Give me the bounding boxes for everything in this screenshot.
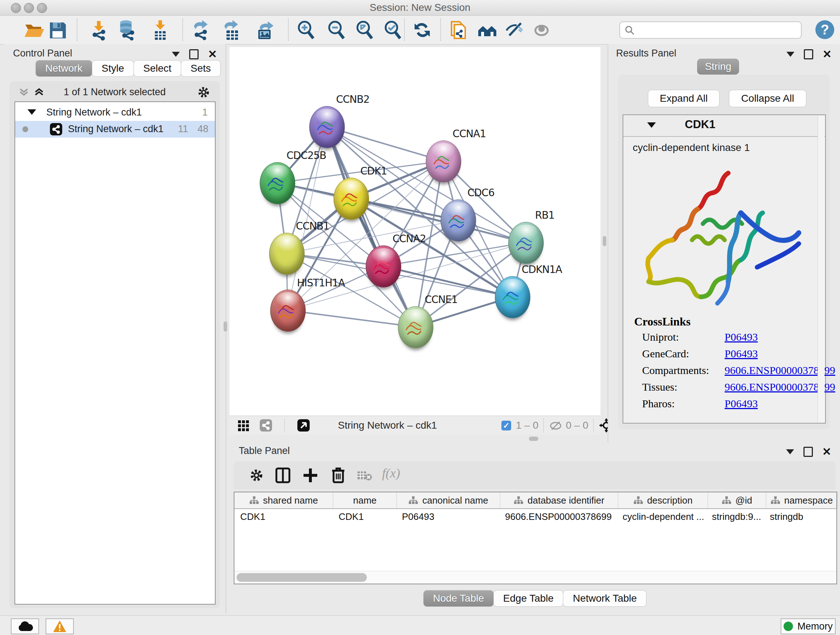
panel-close-icon[interactable]: ✕ bbox=[823, 50, 832, 58]
help-icon[interactable]: ? bbox=[815, 20, 834, 39]
function-builder-icon-disabled[interactable]: f(x) bbox=[382, 466, 400, 481]
edge-HIST1H1A-CCNE1[interactable] bbox=[287, 310, 415, 327]
table-cell[interactable]: stringdb bbox=[764, 509, 835, 524]
panel-collapse-icon[interactable] bbox=[172, 52, 180, 57]
table-horizontal-scrollbar[interactable] bbox=[234, 571, 836, 584]
table-cell[interactable]: cyclin-dependent ... bbox=[617, 509, 706, 524]
zoom-selected-icon[interactable] bbox=[382, 19, 403, 41]
column-header-shared-name[interactable]: shared name bbox=[234, 492, 333, 508]
zoom-fit-icon[interactable] bbox=[354, 19, 375, 41]
add-column-icon[interactable] bbox=[302, 467, 318, 485]
node-CCNB2[interactable] bbox=[309, 106, 345, 148]
node-CCNA1[interactable] bbox=[426, 141, 461, 182]
gene-expand-icon[interactable] bbox=[647, 122, 656, 128]
tab-select[interactable]: Select bbox=[134, 60, 181, 77]
tab-network[interactable]: Network bbox=[35, 60, 92, 77]
birds-eye-view-icon[interactable] bbox=[237, 420, 249, 433]
table-cell[interactable]: CDK1 bbox=[234, 509, 333, 524]
tab-edge-table[interactable]: Edge Table bbox=[493, 590, 564, 607]
node-CDKN1A[interactable] bbox=[495, 276, 531, 318]
delete-column-icon[interactable] bbox=[331, 466, 346, 485]
column-header-name[interactable]: name bbox=[333, 492, 397, 508]
network-view-canvas[interactable]: CCNB2CCNA1CDC25BCDK1CDC6RB1CCNB1CCNA2CDK… bbox=[229, 47, 600, 416]
tab-style[interactable]: Style bbox=[92, 60, 134, 77]
search-input[interactable] bbox=[639, 23, 796, 36]
memory-button[interactable]: Memory bbox=[781, 618, 836, 634]
column-header-canonical-name[interactable]: canonical name bbox=[397, 492, 500, 508]
node-CDK1[interactable] bbox=[333, 178, 369, 220]
node-CDC25B[interactable] bbox=[260, 162, 295, 204]
panel-collapse-icon[interactable] bbox=[786, 449, 794, 454]
first-neighbors-icon[interactable] bbox=[477, 19, 498, 41]
node-CCNA2[interactable] bbox=[366, 245, 401, 287]
export-table-icon[interactable] bbox=[221, 19, 242, 41]
panel-close-icon[interactable]: ✕ bbox=[208, 50, 217, 58]
zoom-out-icon[interactable] bbox=[325, 19, 347, 41]
string-view-icon[interactable] bbox=[260, 419, 272, 432]
table-cell[interactable]: 9606.ENSP00000378699 bbox=[499, 509, 617, 524]
network-row-selected[interactable]: String Network – cdk1 11 48 bbox=[15, 121, 215, 138]
gene-header[interactable]: CDK1 bbox=[623, 115, 825, 137]
save-session-icon[interactable] bbox=[47, 19, 68, 41]
network-options-gear-icon[interactable] bbox=[197, 86, 210, 101]
results-scrollbar[interactable] bbox=[818, 116, 824, 422]
open-in-new-window-icon[interactable] bbox=[297, 419, 309, 432]
node-label-CDC6: CDC6 bbox=[467, 187, 494, 199]
network-collection-row[interactable]: String Network – cdk1 1 bbox=[15, 104, 215, 121]
delete-table-icon-disabled[interactable] bbox=[357, 470, 373, 483]
panel-close-icon[interactable]: ✕ bbox=[822, 448, 831, 456]
tab-network-table[interactable]: Network Table bbox=[563, 590, 646, 607]
tab-node-table[interactable]: Node Table bbox=[423, 590, 494, 607]
open-session-icon[interactable] bbox=[23, 19, 44, 41]
panel-float-icon[interactable] bbox=[804, 49, 813, 59]
bottom-splitter-handle[interactable] bbox=[529, 437, 538, 441]
node-CCNB1[interactable] bbox=[269, 233, 305, 275]
column-header-@id[interactable]: @id bbox=[708, 492, 766, 508]
panel-float-icon[interactable] bbox=[804, 447, 813, 457]
apply-layout-icon[interactable] bbox=[412, 19, 433, 41]
table-cell[interactable]: stringdb:9... bbox=[706, 509, 764, 524]
node-CCNE1[interactable] bbox=[398, 306, 433, 348]
import-table-icon[interactable] bbox=[150, 19, 171, 41]
cloud-services-button[interactable] bbox=[11, 618, 39, 634]
export-network-icon[interactable] bbox=[191, 19, 212, 41]
table-row[interactable]: CDK1CDK1P064939606.ENSP00000378699cyclin… bbox=[234, 509, 836, 524]
import-network-icon[interactable] bbox=[88, 19, 109, 41]
tab-string[interactable]: String bbox=[697, 59, 739, 74]
table-cell[interactable]: CDK1 bbox=[333, 509, 396, 524]
column-header-description[interactable]: description bbox=[618, 492, 708, 508]
node-HIST1H1A[interactable] bbox=[270, 290, 306, 332]
column-header-database-identifier[interactable]: database identifier bbox=[500, 492, 618, 508]
node-label-CCNB2: CCNB2 bbox=[336, 93, 369, 105]
left-splitter-handle[interactable] bbox=[224, 321, 227, 332]
results-panel: Results Panel ✕ String Expand All Collap… bbox=[608, 44, 840, 442]
column-header-namespace[interactable]: namespace bbox=[766, 492, 837, 508]
expand-all-button[interactable]: Expand All bbox=[648, 90, 720, 107]
hidden-items-icon[interactable] bbox=[549, 420, 562, 432]
tab-sets[interactable]: Sets bbox=[181, 60, 221, 77]
panel-collapse-icon[interactable] bbox=[786, 52, 794, 57]
table-options-gear-icon[interactable] bbox=[249, 468, 264, 485]
node-CDC6[interactable] bbox=[441, 200, 476, 241]
crosslink-link[interactable]: P06493 bbox=[725, 397, 758, 410]
collection-expand-icon[interactable] bbox=[27, 109, 36, 115]
show-all-icon[interactable] bbox=[531, 19, 552, 41]
export-image-icon[interactable] bbox=[255, 19, 276, 41]
scrollbar-thumb[interactable] bbox=[237, 573, 367, 582]
crosslink-link[interactable]: P06493 bbox=[725, 331, 758, 343]
panel-float-icon[interactable] bbox=[189, 49, 199, 59]
hide-selected-icon[interactable] bbox=[504, 19, 525, 41]
clone-network-icon[interactable] bbox=[448, 19, 469, 41]
selected-nodes-checkbox[interactable]: ✓ bbox=[501, 421, 511, 431]
collapse-all-button[interactable]: Collapse All bbox=[729, 90, 806, 107]
show-columns-icon[interactable] bbox=[275, 467, 291, 485]
crosslink-label: Tissues: bbox=[642, 381, 677, 393]
node-RB1[interactable] bbox=[508, 222, 544, 264]
warnings-button[interactable] bbox=[46, 618, 74, 634]
edge-CCNB2-CCNE1[interactable] bbox=[327, 127, 415, 327]
zoom-in-icon[interactable] bbox=[295, 19, 316, 41]
table-cell[interactable]: P06493 bbox=[396, 509, 499, 524]
crosslink-link[interactable]: P06493 bbox=[725, 348, 758, 360]
import-network-from-database-icon[interactable] bbox=[117, 19, 137, 41]
right-splitter-handle[interactable] bbox=[603, 236, 606, 246]
